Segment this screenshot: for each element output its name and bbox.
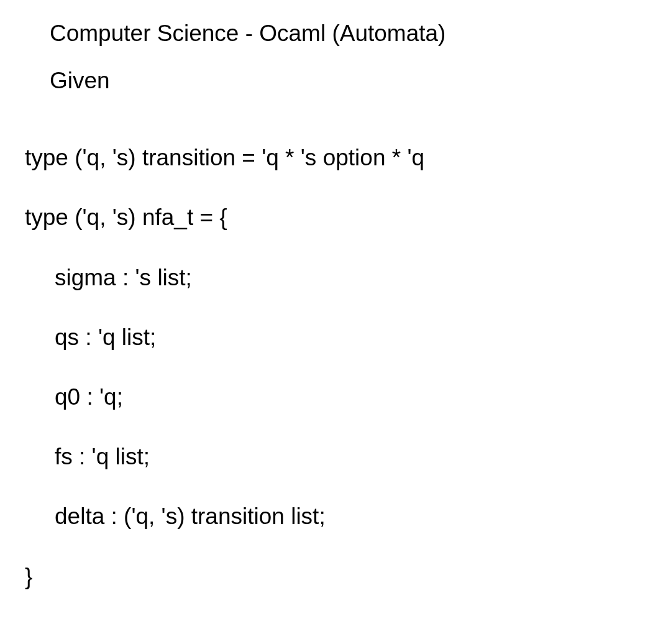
code-line-4: qs : 'q list; xyxy=(25,323,646,352)
type-definition-block: type ('q, 's) transition = 'q * 's optio… xyxy=(25,113,646,622)
code-line-1: type ('q, 's) transition = 'q * 's optio… xyxy=(25,143,646,173)
code-line-3: sigma : 's list; xyxy=(25,263,646,293)
code-line-7: delta : ('q, 's) transition list; xyxy=(25,502,646,531)
accept-header: accept nfa s xyxy=(25,639,646,644)
code-line-8: } xyxy=(25,562,646,592)
code-line-6: fs : 'q list; xyxy=(25,442,646,472)
document-title: Computer Science - Ocaml (Automata) xyxy=(25,19,646,48)
code-line-2: type ('q, 's) nfa_t = { xyxy=(25,203,646,232)
code-line-5: q0 : 'q; xyxy=(25,382,646,412)
given-label: Given xyxy=(25,66,646,96)
